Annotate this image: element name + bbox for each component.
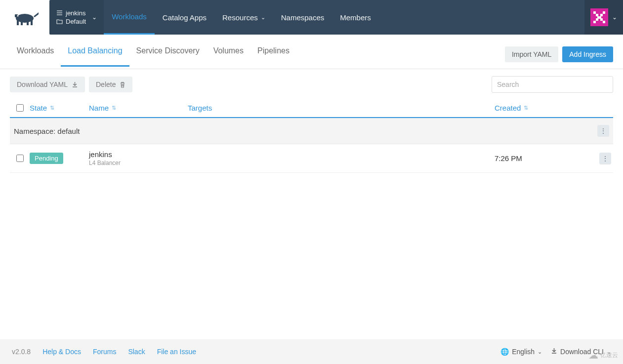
col-state[interactable]: State⇅ — [30, 104, 89, 112]
user-menu[interactable]: ⌄ — [584, 0, 623, 35]
svg-rect-3 — [27, 20, 29, 25]
nav-namespaces[interactable]: Namespaces — [273, 0, 332, 35]
tab-load-balancing[interactable]: Load Balancing — [61, 41, 129, 67]
svg-rect-17 — [600, 18, 603, 21]
search-box — [492, 76, 613, 93]
svg-rect-1 — [17, 20, 19, 25]
chevron-down-icon: ⌄ — [92, 14, 97, 21]
top-nav: jenkins Default ⌄ Workloads Catalog Apps… — [0, 0, 623, 35]
svg-rect-14 — [600, 14, 603, 16]
row-actions-menu[interactable]: ⋮ — [599, 153, 611, 164]
tab-service-discovery[interactable]: Service Discovery — [129, 41, 207, 67]
sort-icon: ⇅ — [524, 105, 528, 111]
svg-rect-12 — [603, 11, 605, 14]
namespace-group-row: Namespace: default ⋮ — [10, 118, 613, 144]
project-name: jenkins — [66, 9, 85, 17]
download-yaml-button[interactable]: Download YAML — [10, 77, 85, 92]
sub-nav: Workloads Load Balancing Service Discove… — [0, 40, 623, 69]
svg-rect-19 — [603, 21, 605, 23]
nav-workloads[interactable]: Workloads — [104, 0, 155, 35]
tab-volumes[interactable]: Volumes — [207, 41, 250, 67]
svg-rect-13 — [596, 14, 598, 16]
svg-rect-16 — [596, 18, 598, 21]
status-badge: Pending — [30, 153, 63, 164]
row-checkbox[interactable] — [16, 155, 24, 162]
sort-icon: ⇅ — [50, 105, 54, 111]
svg-point-6 — [17, 15, 19, 17]
col-created[interactable]: Created⇅ — [495, 104, 593, 112]
delete-button[interactable]: Delete — [89, 77, 132, 92]
row-created: 7:26 PM — [495, 154, 593, 162]
col-targets: Targets — [188, 104, 495, 112]
project-selector[interactable]: jenkins Default ⌄ — [49, 0, 104, 35]
download-icon — [72, 81, 78, 88]
tab-workloads[interactable]: Workloads — [10, 41, 61, 67]
list-icon — [56, 10, 63, 16]
toolbar: Download YAML Delete — [0, 69, 623, 100]
search-input[interactable] — [492, 76, 613, 93]
chevron-down-icon: ⌄ — [261, 14, 265, 21]
table-header: State⇅ Name⇅ Targets Created⇅ — [10, 100, 613, 118]
select-all-checkbox[interactable] — [16, 104, 24, 112]
group-actions-menu[interactable]: ⋮ — [597, 125, 609, 137]
chevron-down-icon: ⌄ — [612, 14, 617, 21]
nav-links: Workloads Catalog Apps Resources⌄ Namesp… — [104, 0, 379, 35]
nav-members[interactable]: Members — [332, 0, 379, 35]
ingress-table: State⇅ Name⇅ Targets Created⇅ Namespace:… — [0, 100, 623, 173]
table-row: Pending jenkins L4 Balancer 7:26 PM ⋮ — [10, 144, 613, 173]
svg-rect-2 — [21, 20, 23, 25]
nav-resources[interactable]: Resources⌄ — [214, 0, 273, 35]
project-namespace: Default — [66, 18, 86, 25]
import-yaml-button[interactable]: Import YAML — [505, 46, 558, 62]
add-ingress-button[interactable]: Add Ingress — [562, 46, 613, 62]
svg-rect-11 — [593, 11, 596, 14]
kebab-icon: ⋮ — [602, 155, 609, 162]
tab-pipelines[interactable]: Pipelines — [250, 41, 296, 67]
avatar — [590, 8, 608, 26]
namespace-label: Namespace: default — [14, 127, 80, 135]
col-name[interactable]: Name⇅ — [89, 104, 188, 112]
row-subtitle: L4 Balancer — [89, 160, 188, 166]
folder-icon — [56, 19, 63, 24]
sort-icon: ⇅ — [112, 105, 116, 111]
svg-rect-4 — [31, 20, 33, 25]
nav-catalog-apps[interactable]: Catalog Apps — [155, 0, 214, 35]
kebab-icon: ⋮ — [600, 127, 607, 135]
logo[interactable] — [10, 7, 43, 27]
svg-rect-18 — [593, 21, 596, 23]
trash-icon — [120, 81, 125, 88]
navbar: jenkins Default ⌄ Workloads Catalog Apps… — [49, 0, 623, 35]
row-name[interactable]: jenkins — [89, 150, 188, 159]
